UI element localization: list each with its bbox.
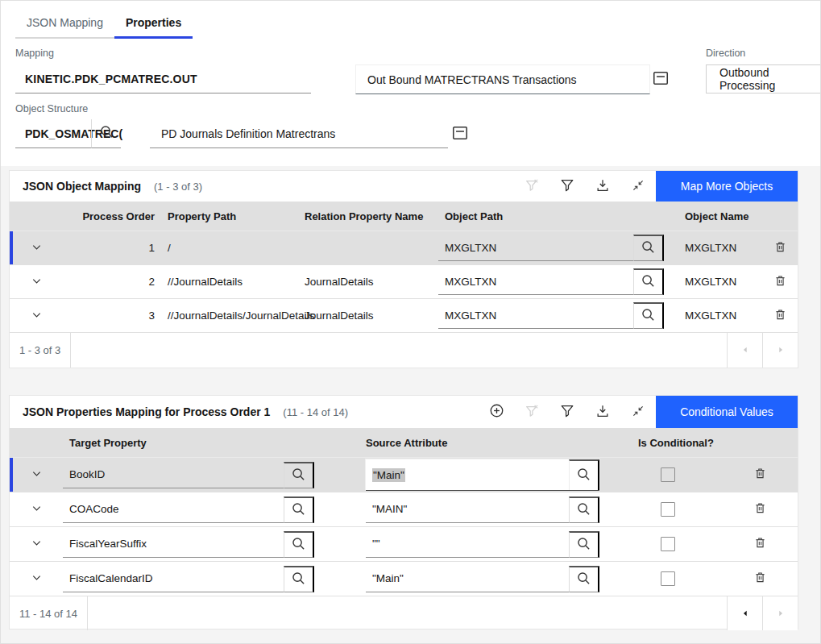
relation-property-name-value: JournalDetails	[293, 310, 438, 322]
object-path-search-button[interactable]	[633, 302, 664, 329]
export-button[interactable]	[585, 171, 620, 202]
delete-row-button[interactable]	[773, 308, 787, 324]
tab-json-mapping[interactable]: JSON Mapping	[15, 9, 114, 39]
target-property-input[interactable]: FiscalYearSuffix	[63, 531, 284, 558]
properties-mapping-header-row: Target Property Source Attribute Is Cond…	[10, 428, 798, 457]
delete-row-button[interactable]	[773, 240, 787, 256]
collapse-table-button[interactable]	[620, 171, 656, 202]
chevron-down-icon	[31, 467, 43, 482]
row-expander-button[interactable]	[31, 571, 43, 586]
filter-button[interactable]	[549, 171, 585, 202]
property-path-value: //JournalDetails/JournalDetails	[156, 310, 293, 322]
previous-page-button[interactable]	[727, 333, 762, 368]
add-row-button[interactable]	[479, 396, 514, 428]
delete-row-button[interactable]	[753, 467, 767, 483]
direction-select[interactable]: Outbound Processing	[706, 64, 821, 93]
object-path-search-button[interactable]	[633, 268, 664, 295]
table-row[interactable]: FiscalCalendarID "Main"	[10, 561, 798, 596]
table-row[interactable]: BookID "Main"	[10, 457, 798, 492]
col-property-path: Property Path	[156, 210, 293, 222]
target-property-input[interactable]: COACode	[63, 497, 284, 523]
delete-row-button[interactable]	[753, 536, 767, 552]
target-property-search-button[interactable]	[284, 497, 314, 523]
conditional-values-button[interactable]: Conditional Values	[656, 396, 798, 428]
table-row[interactable]: FiscalYearSuffix ""	[10, 526, 798, 561]
next-page-button[interactable]	[762, 596, 798, 630]
filter-button[interactable]	[549, 396, 585, 428]
row-expander-button[interactable]	[31, 241, 43, 256]
source-attribute-input[interactable]: "Main"	[366, 459, 569, 490]
delete-row-button[interactable]	[753, 501, 767, 517]
collapse-table-button[interactable]	[620, 396, 656, 428]
property-path-value: /	[156, 242, 293, 254]
object-name-value: MXGLTXN	[664, 276, 761, 288]
clear-filter-button[interactable]	[514, 396, 549, 428]
source-attribute-search-button[interactable]	[569, 459, 599, 490]
trash-icon	[773, 274, 787, 290]
map-more-objects-button[interactable]: Map More Objects	[656, 171, 798, 202]
search-icon	[576, 467, 591, 484]
table-row[interactable]: 3 //JournalDetails/JournalDetails Journa…	[10, 298, 798, 332]
selected-text: "Main"	[372, 468, 405, 482]
row-expander-button[interactable]	[31, 502, 43, 517]
trash-icon	[773, 240, 787, 256]
direction-label: Direction	[706, 48, 745, 59]
object-structure-name-value[interactable]: PDK_OSMATREC(	[15, 119, 91, 148]
table-row[interactable]: COACode "MAIN"	[10, 492, 798, 526]
row-expander-button[interactable]	[31, 467, 43, 482]
col-source-attribute: Source Attribute	[366, 437, 599, 449]
target-property-search-button[interactable]	[284, 566, 314, 592]
target-property-input[interactable]: FiscalCalendarID	[63, 566, 284, 592]
export-button[interactable]	[585, 396, 620, 428]
is-conditional-checkbox[interactable]	[661, 467, 675, 482]
source-attribute-search-button[interactable]	[569, 566, 599, 592]
object-structure-label: Object Structure	[15, 103, 88, 114]
object-path-input[interactable]: MXGLTXN	[438, 268, 633, 295]
properties-mapping-range: (11 - 14 of 14)	[283, 406, 348, 418]
row-expander-button[interactable]	[31, 309, 43, 323]
row-expander-button[interactable]	[31, 537, 43, 551]
search-icon	[641, 273, 656, 291]
source-attribute-search-button[interactable]	[569, 497, 599, 523]
object-structure-description-field[interactable]: PD Journals Definition Matrectrans	[150, 119, 448, 148]
properties-mapping-footer: 11 - 14 of 14	[10, 596, 798, 630]
object-mapping-range: (1 - 3 of 3)	[154, 181, 202, 193]
source-attribute-search-button[interactable]	[569, 531, 599, 558]
clear-filter-button[interactable]	[514, 171, 549, 202]
properties-mapping-toolbar: JSON Properties Mapping for Process Orde…	[10, 396, 798, 428]
target-property-input[interactable]: BookID	[63, 462, 284, 488]
table-row[interactable]: 2 //JournalDetails JournalDetails MXGLTX…	[10, 264, 798, 298]
search-icon	[291, 536, 306, 554]
object-path-input[interactable]: MXGLTXN	[438, 235, 633, 261]
mapping-long-description-button[interactable]	[650, 69, 671, 89]
is-conditional-checkbox[interactable]	[661, 537, 675, 551]
table-row[interactable]: 1 / MXGLTXN MXGLTXN	[10, 231, 798, 264]
caret-right-icon	[777, 608, 785, 620]
is-conditional-checkbox[interactable]	[661, 571, 675, 586]
properties-mapping-title: JSON Properties Mapping for Process Orde…	[23, 405, 270, 418]
object-path-search-button[interactable]	[633, 235, 664, 261]
row-expander-button[interactable]	[31, 275, 43, 289]
row-count: 11 - 14 of 14	[10, 596, 88, 630]
object-structure-long-description-button[interactable]	[450, 123, 471, 144]
mapping-description-field[interactable]: Out Bound MATRECTRANS Transactions	[355, 64, 650, 94]
chevron-down-icon	[31, 537, 43, 551]
trash-icon	[753, 467, 767, 483]
search-icon	[291, 501, 306, 519]
trash-icon	[753, 501, 767, 517]
object-structure-search-button[interactable]	[91, 119, 121, 148]
object-path-input[interactable]: MXGLTXN	[438, 302, 633, 329]
previous-page-button[interactable]	[727, 596, 762, 630]
target-property-search-button[interactable]	[284, 531, 314, 558]
delete-row-button[interactable]	[753, 571, 767, 587]
mapping-name-field[interactable]: KINETIC.PDK_PCMATREC.OUT	[15, 64, 311, 93]
delete-row-button[interactable]	[773, 274, 787, 290]
tab-properties[interactable]: Properties	[114, 9, 193, 39]
source-attribute-input[interactable]: ""	[366, 531, 569, 558]
target-property-search-button[interactable]	[284, 462, 314, 488]
source-attribute-input[interactable]: "MAIN"	[366, 497, 569, 523]
next-page-button[interactable]	[762, 333, 798, 368]
relation-property-name-value: JournalDetails	[293, 276, 438, 288]
is-conditional-checkbox[interactable]	[661, 502, 675, 517]
source-attribute-input[interactable]: "Main"	[366, 566, 569, 592]
